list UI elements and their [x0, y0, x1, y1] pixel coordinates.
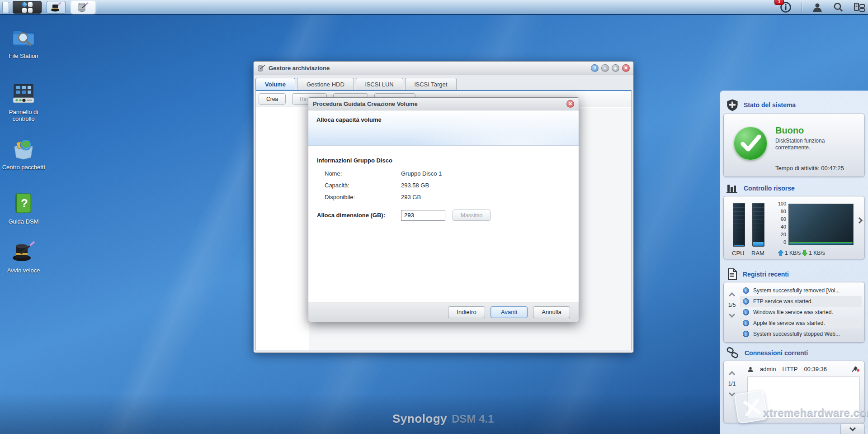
volume-creation-wizard-dialog: Procedura Guidata Creazione Volume ✕ All…	[308, 97, 579, 322]
log-row[interactable]: iWindows file service was started.	[740, 307, 862, 318]
network-throughput-chart	[788, 204, 854, 245]
volume-list-panel[interactable]	[256, 108, 309, 350]
tab-iscsi-target[interactable]: iSCSI Target	[405, 78, 457, 90]
status-ok-icon	[734, 127, 767, 160]
desktop-icon-guida-dsm[interactable]: ? Guida DSM	[0, 190, 47, 225]
taskbar-app-gestore-archiviazione[interactable]	[71, 1, 95, 14]
package-center-icon	[11, 136, 36, 161]
dsm-version: DSM 4.1	[452, 413, 494, 425]
current-connections-header: Connessioni correnti	[726, 347, 808, 359]
desktop-icon-label: Guida DSM	[0, 218, 47, 225]
info-icon: i	[743, 287, 749, 294]
connections-page-up-button[interactable]	[729, 371, 735, 377]
sidebar-collapse-button[interactable]	[840, 423, 865, 434]
log-row[interactable]: iFTP service was started.	[740, 296, 862, 307]
show-desktop-button[interactable]	[2, 2, 9, 13]
dialog-close-button[interactable]: ✕	[566, 100, 574, 108]
avanti-button[interactable]: Avanti	[491, 306, 528, 318]
axis-tick-100: 100	[773, 201, 786, 206]
system-status-widget[interactable]: Buono DiskStation funziona correttamente…	[723, 114, 865, 177]
main-menu-button[interactable]	[13, 1, 42, 14]
window-minimize-button[interactable]: •	[601, 64, 609, 72]
log-row[interactable]: iApple file service was started.	[740, 318, 862, 329]
crea-button[interactable]: Crea	[259, 93, 286, 105]
log-row[interactable]: iSystem successfully removed [Vol...	[740, 285, 862, 296]
window-help-button[interactable]: ?	[591, 64, 599, 72]
tab-gestione-hdd[interactable]: Gestione HDD	[297, 78, 354, 90]
desktop-icon-avvio-veloce[interactable]: Avvio veloce	[0, 239, 47, 274]
allocate-size-row: Alloca dimensione (GB): Massimo	[317, 210, 570, 221]
download-arrow-icon	[802, 250, 807, 256]
connections-page-indicator: 1/1	[728, 381, 736, 387]
recent-logs-widget: 1/5 iSystem successfully removed [Vol...…	[723, 282, 865, 343]
tray-separator	[802, 2, 802, 13]
current-connections-title: Connessioni correnti	[745, 349, 808, 357]
window-titlebar[interactable]: Gestore archiviazione ? • + ✕	[254, 62, 633, 75]
axis-tick-40: 40	[773, 224, 786, 229]
network-rates: 1 KB/s 1 KB/s	[778, 250, 825, 256]
logs-pager: 1/5	[724, 282, 740, 317]
taskbar-app-avvio-veloce[interactable]	[47, 1, 66, 14]
annulla-button[interactable]: Annulla	[533, 306, 570, 318]
massimo-button[interactable]: Massimo	[453, 210, 491, 221]
cpu-label: CPU	[732, 250, 744, 257]
dialog-content: Informazioni Gruppo Disco Nome: Gruppo D…	[308, 146, 579, 302]
file-station-icon	[11, 24, 36, 50]
field-value: 293 GB	[401, 194, 421, 200]
xtremehardware-watermark: xtremehardware.com	[763, 406, 868, 419]
desktop-icon-centro-pacchetti[interactable]: Centro pacchetti	[0, 136, 47, 171]
log-row[interactable]: iSystem successfully stopped Web...	[740, 329, 862, 339]
log-text: System successfully stopped Web...	[753, 331, 840, 337]
connection-user: admin	[760, 366, 776, 372]
pilot-view-button[interactable]	[854, 2, 865, 13]
axis-tick-0: 0	[773, 239, 786, 245]
storage-disk-wand-icon	[257, 64, 265, 72]
search-button[interactable]	[833, 2, 844, 13]
desktop-icon-label: Pannello di controllo	[0, 109, 47, 122]
field-label: Disponibile:	[325, 194, 401, 200]
indietro-button[interactable]: Indietro	[448, 306, 485, 318]
field-row-disponibile: Disponibile: 293 GB	[325, 194, 570, 200]
download-series-line	[789, 242, 853, 243]
disconnect-icon[interactable]	[852, 366, 860, 372]
dialog-title: Procedura Guidata Creazione Volume	[313, 100, 566, 107]
info-icon: i	[743, 331, 749, 337]
resource-next-page-arrow[interactable]	[856, 217, 863, 224]
notifications-button[interactable]: 1	[780, 1, 792, 13]
field-value: Gruppo Disco 1	[401, 170, 442, 177]
wizard-step-title: Alloca capacità volume	[316, 116, 571, 123]
info-icon: i	[743, 298, 749, 305]
dialog-titlebar[interactable]: Procedura Guidata Creazione Volume ✕	[308, 98, 579, 110]
allocate-size-input[interactable]	[401, 210, 445, 221]
tab-iscsi-lun[interactable]: iSCSI LUN	[356, 78, 403, 90]
tab-volume[interactable]: Volume	[255, 78, 295, 90]
resource-monitor-title: Controllo risorse	[744, 185, 795, 192]
desktop-icon-file-station[interactable]: File Station	[0, 24, 47, 59]
log-text: Windows file service was started.	[753, 309, 833, 315]
main-menu-icon	[22, 2, 33, 13]
system-status-header: Stato del sistema	[726, 99, 796, 111]
status-message: DiskStation funziona correttamente.	[775, 138, 852, 151]
logs-page-up-button[interactable]	[729, 292, 735, 299]
field-row-nome: Nome: Gruppo Disco 1	[325, 170, 570, 177]
upload-rate: 1 KB/s	[785, 250, 801, 256]
desktop-icon-pannello-controllo[interactable]: Pannello di controllo	[0, 81, 47, 122]
logs-page-down-button[interactable]	[729, 311, 735, 318]
ram-gauge	[752, 203, 764, 247]
upload-series-line	[789, 243, 853, 244]
chevron-down-icon	[849, 424, 856, 431]
ram-label: RAM	[751, 250, 764, 257]
desktop-icon-label: Centro pacchetti	[0, 164, 47, 171]
resource-monitor-widget[interactable]: CPU RAM 100 80 60 40 20 0 1 KB/s 1 KB/s	[723, 196, 865, 259]
connections-page-down-button[interactable]	[729, 390, 735, 396]
disk-group-section-title: Informazioni Gruppo Disco	[317, 157, 570, 164]
logs-page-indicator: 1/5	[728, 302, 736, 308]
field-row-capacita: Capacità: 293.58 GB	[325, 182, 570, 189]
connections-pager: 1/1	[724, 361, 740, 396]
recent-logs-title: Registri recenti	[743, 271, 789, 278]
window-maximize-button[interactable]: +	[612, 64, 619, 72]
user-menu-button[interactable]	[812, 2, 823, 13]
log-document-icon	[726, 268, 737, 280]
connection-row[interactable]: admin HTTP 00:39:36	[747, 366, 860, 372]
window-close-button[interactable]: ✕	[622, 64, 630, 72]
